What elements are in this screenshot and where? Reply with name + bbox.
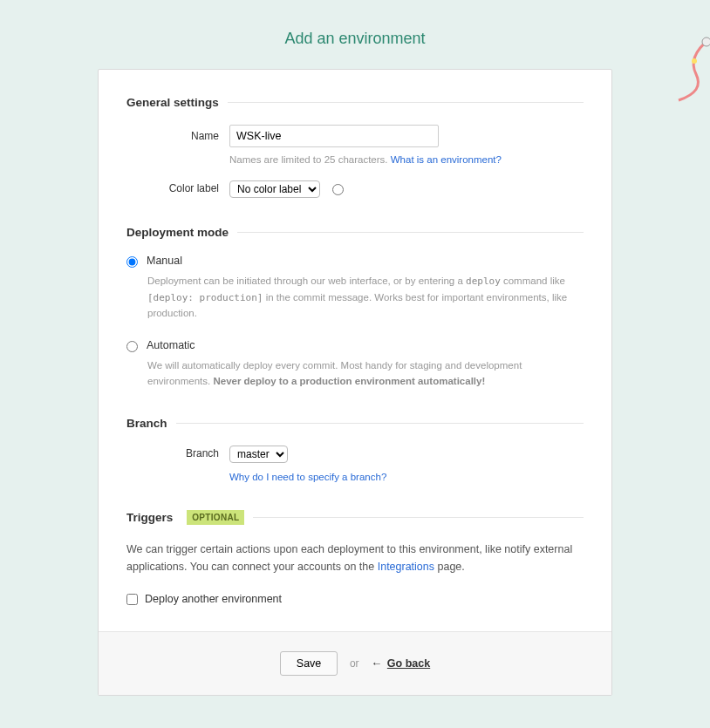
section-general: General settings Name Names are limited … xyxy=(126,96,584,198)
radio-automatic-label: Automatic xyxy=(147,339,195,351)
divider xyxy=(237,232,584,233)
section-triggers: Triggers OPTIONAL We can trigger certain… xyxy=(126,510,584,605)
color-label-select[interactable]: No color label xyxy=(229,180,320,198)
color-label-text: Color label xyxy=(126,180,229,194)
manual-desc: Deployment can be initiated through our … xyxy=(147,273,584,322)
page-title: Add an environment xyxy=(0,0,710,69)
save-button[interactable]: Save xyxy=(280,651,338,676)
form-card: General settings Name Names are limited … xyxy=(98,69,612,696)
radio-manual-label: Manual xyxy=(147,255,182,267)
color-radio-none[interactable] xyxy=(332,184,344,195)
deploy-another-checkbox-row[interactable]: Deploy another environment xyxy=(126,593,584,605)
decorative-ribbon-icon xyxy=(670,35,710,105)
svg-point-1 xyxy=(692,58,697,64)
deployment-heading: Deployment mode xyxy=(126,226,229,239)
section-deployment: Deployment mode Manual Deployment can be… xyxy=(126,226,584,389)
automatic-desc: We will automatically deploy every commi… xyxy=(147,357,584,390)
branch-label: Branch xyxy=(126,446,229,459)
integrations-link[interactable]: Integrations xyxy=(378,561,434,573)
divider xyxy=(176,423,584,424)
name-label: Name xyxy=(126,125,229,142)
deploy-another-checkbox[interactable] xyxy=(126,594,138,605)
name-help: Names are limited to 25 characters. What… xyxy=(229,154,584,165)
radio-manual[interactable]: Manual xyxy=(126,255,584,268)
svg-point-0 xyxy=(702,37,710,46)
branch-help-link[interactable]: Why do I need to specify a branch? xyxy=(229,472,386,482)
branch-heading: Branch xyxy=(126,417,167,430)
what-is-environment-link[interactable]: What is an environment? xyxy=(391,154,502,165)
divider xyxy=(253,517,584,518)
deploy-another-label: Deploy another environment xyxy=(145,593,282,605)
radio-automatic[interactable]: Automatic xyxy=(126,339,584,352)
card-footer: Save or ← Go back xyxy=(99,631,611,695)
name-input[interactable] xyxy=(229,125,439,147)
optional-badge: OPTIONAL xyxy=(187,510,244,525)
triggers-heading: Triggers xyxy=(126,511,173,524)
name-help-text: Names are limited to 25 characters. xyxy=(229,154,388,165)
section-branch: Branch Branch master Why do I need to sp… xyxy=(126,417,584,482)
triggers-desc: We can trigger certain actions upon each… xyxy=(126,541,584,575)
divider xyxy=(228,102,584,103)
arrow-left-icon: ← xyxy=(371,657,382,670)
general-heading: General settings xyxy=(126,96,219,109)
go-back-link[interactable]: Go back xyxy=(387,657,430,670)
radio-manual-input[interactable] xyxy=(126,256,138,268)
branch-select[interactable]: master xyxy=(229,446,288,463)
radio-automatic-input[interactable] xyxy=(126,341,138,352)
footer-or: or xyxy=(350,657,359,670)
